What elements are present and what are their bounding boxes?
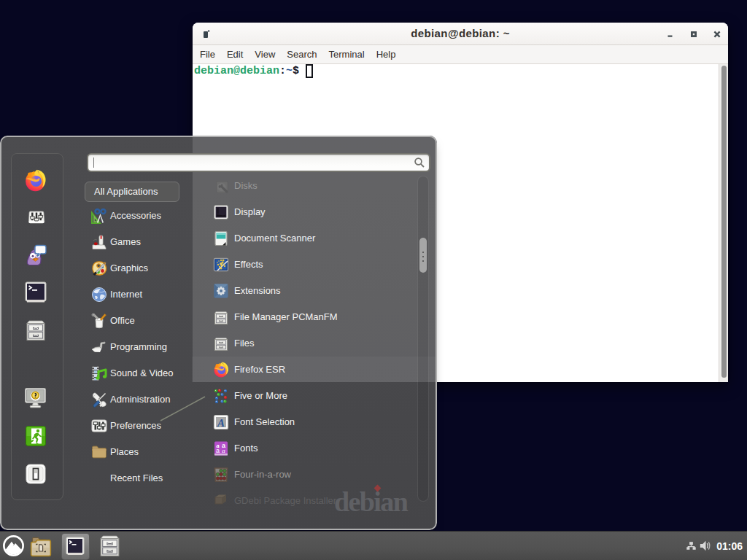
svg-text:a: a (216, 447, 220, 454)
svg-text:a: a (222, 447, 225, 454)
svg-text:A: A (217, 417, 225, 429)
